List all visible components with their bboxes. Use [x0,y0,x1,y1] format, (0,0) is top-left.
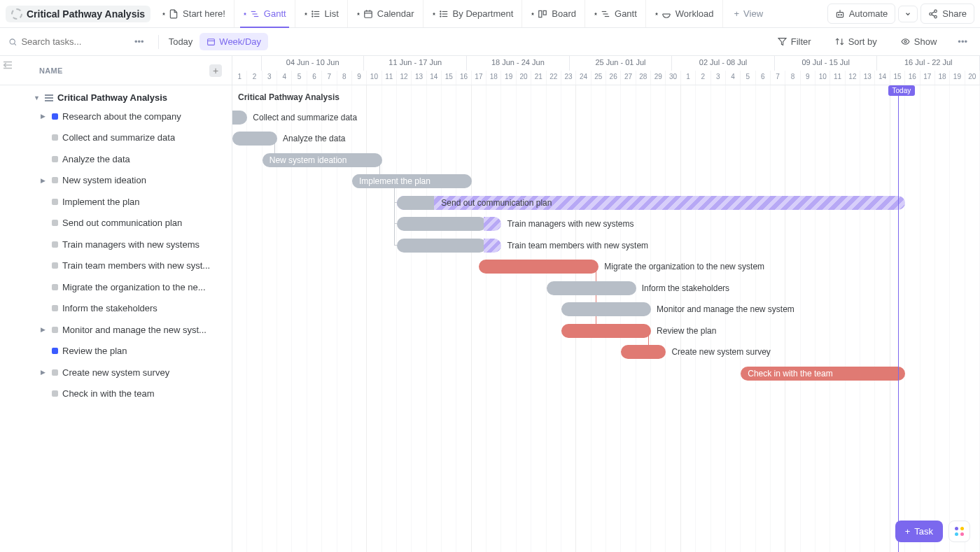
gantt-bar[interactable] [561,302,651,316]
gantt-bar[interactable]: New system ideation [262,153,382,167]
priority-icon [52,305,58,311]
task-group[interactable]: ▼ Critical Pathway Analysis [0,90,232,106]
share-button[interactable]: Share [920,3,974,24]
task-name: Check in with the team [62,388,155,399]
task-row[interactable]: ▶Implement the plan [0,191,232,213]
gantt-bar-label: Create new system survey [671,345,770,359]
filter-button[interactable]: Filter [771,32,818,51]
view-tab-by-department[interactable]: By Department [424,0,523,27]
day-header: 16 [905,71,920,85]
sidebar: NAME + ▼ Critical Pathway Analysis ▶Rese… [0,56,232,552]
eye-icon [901,37,910,46]
add-view-button[interactable]: + View [726,0,772,27]
apps-button[interactable] [948,521,970,542]
task-row[interactable]: ▶Send out communication plan [0,213,232,234]
sortby-button[interactable]: Sort by [828,32,884,51]
day-header: 21 [531,71,546,85]
search[interactable] [8,36,120,47]
task-row[interactable]: ▶Create new system survey [0,362,232,383]
task-row[interactable]: ▶Inform the stakeholders [0,298,232,320]
project-icon [11,8,22,20]
day-header: 27 [621,71,636,85]
week-header: 18 Jun - 24 Jun [467,56,570,71]
task-row[interactable]: ▶Review the plan [0,341,232,362]
svg-line-32 [932,11,934,13]
task-row[interactable]: ▶Check in with the team [0,383,232,405]
day-header: 3 [711,71,726,85]
gantt-bar-cap[interactable] [397,196,434,210]
view-tab-board[interactable]: Board [522,0,585,27]
view-tab-list[interactable]: List [295,0,348,27]
gantt-row: Collect and summarize data [232,107,980,129]
gantt-bar[interactable] [397,239,486,253]
view-tab-start-here-[interactable]: Start here! [153,0,234,27]
day-header: 5 [292,71,307,85]
task-name: Analyze the data [62,154,130,164]
gantt-bar[interactable]: Send out communication plan [397,196,905,210]
show-button[interactable]: Show [894,32,944,51]
add-column-button[interactable]: + [209,64,222,77]
week-header: 02 Jul - 08 Jul [672,56,775,71]
priority-icon [52,241,58,248]
task-row[interactable]: ▶Monitor and manage the new syst... [0,319,232,341]
task-row[interactable]: ▶Train team members with new syst... [0,255,232,277]
automate-dropdown[interactable] [898,6,918,22]
task-row[interactable]: ▶Train managers with new systems [0,234,232,255]
gantt-bar-label: Analyze the data [283,132,345,146]
task-row[interactable]: ▶Analyze the data [0,148,232,170]
gantt-body[interactable]: Today Critical Pathway Analysis Collect … [232,85,980,552]
range-button[interactable]: Week/Day [200,33,268,50]
gantt-bar[interactable] [479,260,598,274]
list-icon [439,9,449,19]
view-tabs: Start here!GanttListCalendarBy Departmen… [153,0,722,27]
search-more-icon[interactable]: ••• [130,36,148,47]
gantt-bar-label: Train managers with new systems [507,217,634,231]
chevron-down-icon [904,10,911,17]
svg-point-27 [841,14,841,15]
task-row[interactable]: ▶Research about the company [0,106,232,127]
view-tab-gantt[interactable]: Gantt [234,0,295,27]
today-line [898,85,899,552]
task-name: Review the plan [62,346,127,356]
task-row[interactable]: ▶New system ideation [0,170,232,192]
priority-icon [52,177,58,183]
task-row[interactable]: ▶Migrate the organization to the ne... [0,276,232,298]
view-tab-gantt[interactable]: Gantt [585,0,646,27]
gantt-bar-overdue [484,239,501,253]
gantt-bar[interactable] [547,281,636,295]
plus-icon: + [734,8,740,19]
toolbar: ••• Today Week/Day Filter Sort by Show •… [0,28,980,56]
gantt-bar[interactable] [561,324,651,338]
workload-icon [662,9,671,19]
new-task-button[interactable]: + Task [895,521,943,542]
project-button[interactable]: Critical Pathway Analysis [6,6,150,22]
svg-marker-38 [778,38,786,45]
view-tab-calendar[interactable]: Calendar [348,0,424,27]
gantt-bar[interactable]: Check in with the team [741,367,905,381]
gantt[interactable]: 04 Jun - 10 Jun11 Jun - 17 Jun18 Jun - 2… [232,56,980,552]
calendar-icon [206,37,216,46]
view-tab-workload[interactable]: Workload [646,0,723,27]
day-header: 26 [606,71,621,85]
automate-button[interactable]: Automate [827,3,896,24]
collapse-sidebar-icon[interactable] [1,59,14,71]
priority-icon [52,348,58,354]
priority-icon [52,262,58,269]
gantt-bar[interactable]: Implement the plan [352,174,472,188]
day-header: 17 [920,71,935,85]
gantt-bar[interactable] [232,132,277,146]
search-input[interactable] [21,36,120,47]
toolbar-more-icon[interactable]: ••• [953,36,972,47]
name-column-header[interactable]: NAME [39,66,63,75]
apps-icon [955,527,964,536]
svg-point-6 [312,10,312,11]
priority-icon [52,113,58,120]
gantt-bar[interactable] [397,217,486,231]
gantt-bar[interactable] [621,345,666,359]
today-button[interactable]: Today [169,36,193,47]
today-tag: Today [888,85,916,96]
caret-right-icon: ▶ [41,113,48,120]
gantt-bar[interactable] [232,111,247,125]
gantt-row [232,384,980,406]
task-row[interactable]: ▶Collect and summarize data [0,127,232,149]
